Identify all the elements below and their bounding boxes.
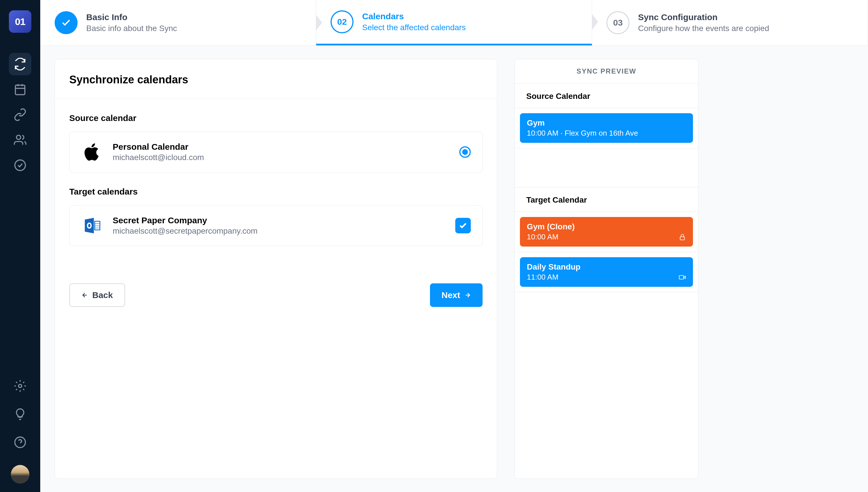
source-event-0: Gym 10:00 AM · Flex Gym on 16th Ave [515, 108, 698, 148]
svg-rect-0 [16, 85, 25, 95]
nav-tips[interactable] [9, 403, 31, 425]
svg-rect-4 [680, 237, 684, 240]
svg-point-1 [15, 160, 26, 171]
step1-title: Basic Info [86, 13, 177, 22]
next-label: Next [442, 290, 460, 300]
source-cal-name: Personal Calendar [113, 142, 204, 152]
event-time: 10:00 AM [527, 232, 686, 241]
preview-header: SYNC PREVIEW [515, 59, 698, 83]
main-content: Basic Info Basic info about the Sync 02 … [40, 0, 868, 492]
target-checkbox[interactable] [455, 218, 471, 233]
step1-subtitle: Basic info about the Sync [86, 24, 177, 33]
event-title: Gym (Clone) [527, 222, 686, 231]
step-basic-info[interactable]: Basic Info Basic info about the Sync [40, 0, 316, 45]
nav-contacts[interactable] [9, 129, 31, 151]
user-avatar[interactable] [11, 465, 29, 483]
gear-icon [14, 379, 26, 392]
calendars-panel: Synchronize calendars Source calendar Pe… [55, 59, 497, 479]
svg-rect-5 [679, 276, 684, 279]
panel-title: Synchronize calendars [55, 59, 497, 99]
check-circle-icon [14, 159, 26, 172]
nav-settings[interactable] [9, 375, 31, 397]
svg-point-2 [19, 385, 22, 388]
outlook-icon [81, 214, 104, 237]
step3-num: 03 [606, 11, 629, 34]
step2-title: Calendars [362, 11, 466, 21]
help-icon [14, 436, 26, 449]
target-cal-name: Secret Paper Company [113, 216, 257, 225]
app-logo[interactable]: 01 [9, 10, 31, 33]
nav-sync[interactable] [9, 53, 31, 75]
preview-source-label: Source Calendar [515, 83, 698, 108]
event-title: Gym [527, 118, 686, 128]
source-calendar-row[interactable]: Personal Calendar michaelscott@icloud.co… [69, 132, 482, 172]
event-time: 10:00 AM · Flex Gym on 16th Ave [527, 129, 686, 138]
back-button[interactable]: Back [69, 284, 125, 307]
link-icon [14, 108, 26, 121]
empty-slot [515, 148, 698, 188]
step-sync-config[interactable]: 03 Sync Configuration Configure how the … [592, 0, 868, 45]
source-label: Source calendar [69, 113, 482, 123]
source-radio[interactable] [459, 146, 471, 158]
preview-panel: SYNC PREVIEW Source Calendar Gym 10:00 A… [515, 59, 698, 479]
target-event-1: Daily Standup 11:00 AM [515, 252, 698, 292]
nav-help[interactable] [9, 431, 31, 453]
sidebar: 01 [0, 0, 40, 492]
target-event-0: Gym (Clone) 10:00 AM [515, 212, 698, 252]
arrow-left-icon [81, 292, 88, 299]
next-button[interactable]: Next [430, 284, 482, 307]
back-label: Back [92, 290, 113, 300]
video-icon [678, 274, 686, 281]
target-calendar-row[interactable]: Secret Paper Company michaelscott@secret… [69, 205, 482, 246]
users-icon [14, 133, 26, 146]
step-check-icon [55, 11, 78, 34]
step-calendars[interactable]: 02 Calendars Select the affected calenda… [316, 0, 592, 45]
step2-num: 02 [330, 10, 353, 33]
target-label: Target calendars [69, 187, 482, 197]
event-time: 11:00 AM [527, 273, 686, 281]
step3-subtitle: Configure how the events are copied [638, 24, 769, 33]
sync-icon [14, 58, 26, 70]
lock-icon [678, 233, 686, 241]
event-title: Daily Standup [527, 262, 686, 272]
arrow-right-icon [464, 292, 471, 299]
step2-subtitle: Select the affected calendars [362, 23, 466, 32]
calendar-icon [14, 83, 26, 96]
nav-calendar[interactable] [9, 78, 31, 101]
source-cal-email: michaelscott@icloud.com [113, 153, 204, 162]
target-cal-email: michaelscott@secretpapercompany.com [113, 226, 257, 236]
nav-check[interactable] [9, 154, 31, 176]
nav-link[interactable] [9, 103, 31, 126]
stepper: Basic Info Basic info about the Sync 02 … [40, 0, 868, 46]
lightbulb-icon [14, 408, 26, 420]
preview-target-label: Target Calendar [515, 188, 698, 212]
apple-icon [81, 141, 104, 164]
step3-title: Sync Configuration [638, 13, 769, 22]
